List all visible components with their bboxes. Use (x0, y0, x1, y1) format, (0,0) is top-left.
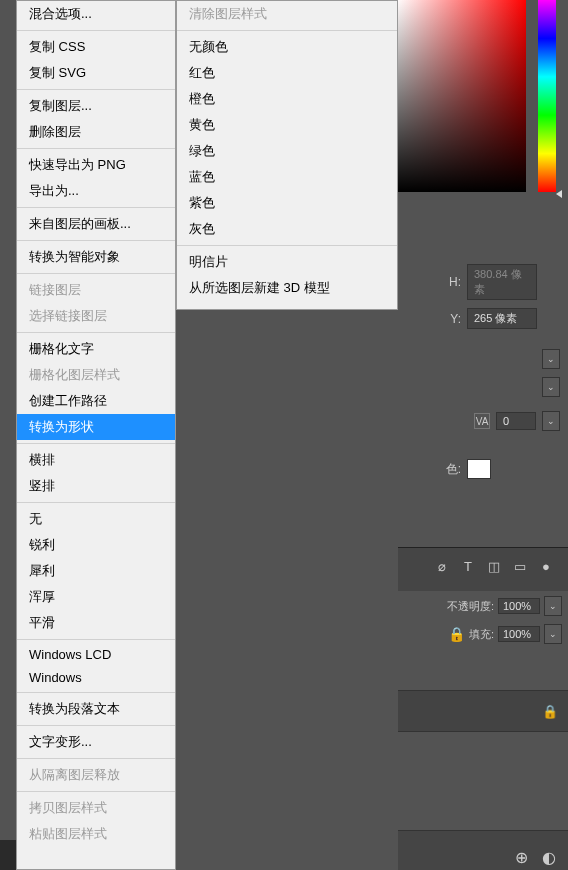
menu-separator (17, 332, 175, 333)
menu-item[interactable]: 从所选图层新建 3D 模型 (177, 275, 397, 301)
menu-item[interactable]: 复制 SVG (17, 60, 175, 86)
menu-separator (17, 148, 175, 149)
hue-slider[interactable] (538, 0, 556, 192)
context-menu-right: 清除图层样式无颜色红色橙色黄色绿色蓝色紫色灰色明信片从所选图层新建 3D 模型 (176, 0, 398, 310)
color-field[interactable] (396, 0, 526, 192)
dot-icon[interactable]: ● (538, 558, 554, 574)
mask-add-icon[interactable]: ◐ (540, 848, 558, 866)
menu-separator (17, 692, 175, 693)
y-input[interactable]: 265 像素 (467, 308, 537, 329)
menu-item: 选择链接图层 (17, 303, 175, 329)
menu-item[interactable]: 复制 CSS (17, 34, 175, 60)
color-swatch[interactable] (467, 459, 491, 479)
opacity-dropdown[interactable]: ⌄ (544, 596, 562, 616)
layers-footer-bar: ⊕ ◐ (398, 830, 568, 870)
dropdown-2[interactable]: ⌄ (542, 377, 560, 397)
menu-item[interactable]: 创建工作路径 (17, 388, 175, 414)
dark-strip (0, 840, 16, 870)
context-menu-left: 混合选项...复制 CSS复制 SVG复制图层...删除图层快速导出为 PNG导… (16, 0, 176, 870)
y-label: Y: (406, 312, 461, 326)
menu-item[interactable]: 复制图层... (17, 93, 175, 119)
menu-item[interactable]: 浑厚 (17, 584, 175, 610)
menu-item[interactable]: 导出为... (17, 178, 175, 204)
menu-separator (17, 89, 175, 90)
menu-item: 从隔离图层释放 (17, 762, 175, 788)
menu-separator (17, 502, 175, 503)
menu-item: 拷贝图层样式 (17, 795, 175, 821)
menu-separator (17, 443, 175, 444)
link-icon[interactable]: ⌀ (434, 558, 450, 574)
menu-separator (17, 725, 175, 726)
menu-item[interactable]: 横排 (17, 447, 175, 473)
menu-item[interactable]: 混合选项... (17, 1, 175, 27)
menu-item[interactable]: 栅格化文字 (17, 336, 175, 362)
menu-item: 栅格化图层样式 (17, 362, 175, 388)
menu-item: 粘贴图层样式 (17, 821, 175, 847)
layer-lock-icon[interactable]: 🔒 (542, 704, 558, 719)
height-label: H: (406, 275, 461, 289)
hue-indicator-icon (556, 190, 562, 198)
menu-item[interactable]: 紫色 (177, 190, 397, 216)
menu-item[interactable]: 红色 (177, 60, 397, 86)
menu-separator (17, 207, 175, 208)
menu-separator (17, 791, 175, 792)
opacity-input[interactable]: 100% (498, 598, 540, 614)
menu-item[interactable]: 平滑 (17, 610, 175, 636)
color-picker[interactable] (396, 0, 556, 195)
height-input[interactable]: 380.84 像素 (467, 264, 537, 300)
menu-item[interactable]: 快速导出为 PNG (17, 152, 175, 178)
fill-label: 填充: (469, 627, 494, 642)
menu-item[interactable]: 删除图层 (17, 119, 175, 145)
fx-icon[interactable]: ⊕ (512, 848, 530, 866)
menu-item[interactable]: 转换为智能对象 (17, 244, 175, 270)
menu-item[interactable]: 锐利 (17, 532, 175, 558)
menu-separator (17, 639, 175, 640)
menu-item[interactable]: 无 (17, 506, 175, 532)
layers-panel: 不透明度: 100% ⌄ 🔒 填充: 100% ⌄ (398, 592, 568, 648)
menu-separator (177, 245, 397, 246)
lock-icon[interactable]: 🔒 (448, 626, 465, 642)
menu-item[interactable]: 犀利 (17, 558, 175, 584)
menu-item[interactable]: 黄色 (177, 112, 397, 138)
menu-item[interactable]: 蓝色 (177, 164, 397, 190)
menu-item[interactable]: 绿色 (177, 138, 397, 164)
fill-input[interactable]: 100% (498, 626, 540, 642)
menu-item[interactable]: Windows LCD (17, 643, 175, 666)
fill-dropdown[interactable]: ⌄ (544, 624, 562, 644)
menu-separator (17, 758, 175, 759)
layer-list: 🔒 (398, 690, 568, 732)
properties-panel: H: 380.84 像素 Y: 265 像素 ⌄ ⌄ VA 0 ⌄ 色: (398, 200, 568, 483)
va-icon: VA (474, 413, 490, 429)
dropdown-1[interactable]: ⌄ (542, 349, 560, 369)
menu-item[interactable]: 明信片 (177, 249, 397, 275)
menu-item[interactable]: 无颜色 (177, 34, 397, 60)
crop-icon[interactable]: ◫ (486, 558, 502, 574)
menu-separator (177, 30, 397, 31)
layers-panel-header: ⌀ T ◫ ▭ ● (398, 547, 568, 591)
color-label: 色: (406, 461, 461, 478)
menu-item[interactable]: 文字变形... (17, 729, 175, 755)
menu-item[interactable]: 转换为段落文本 (17, 696, 175, 722)
menu-item[interactable]: 橙色 (177, 86, 397, 112)
menu-item: 链接图层 (17, 277, 175, 303)
mask-icon[interactable]: ▭ (512, 558, 528, 574)
menu-item[interactable]: 灰色 (177, 216, 397, 242)
menu-item[interactable]: 转换为形状 (17, 414, 175, 440)
menu-separator (17, 30, 175, 31)
menu-item: 清除图层样式 (177, 1, 397, 27)
menu-separator (17, 240, 175, 241)
va-dropdown[interactable]: ⌄ (542, 411, 560, 431)
layer-row[interactable]: 🔒 (398, 690, 568, 732)
menu-separator (17, 273, 175, 274)
menu-item[interactable]: 来自图层的画板... (17, 211, 175, 237)
menu-item[interactable]: Windows (17, 666, 175, 689)
menu-item[interactable]: 竖排 (17, 473, 175, 499)
opacity-label: 不透明度: (447, 599, 494, 614)
type-icon[interactable]: T (460, 558, 476, 574)
va-input[interactable]: 0 (496, 412, 536, 430)
